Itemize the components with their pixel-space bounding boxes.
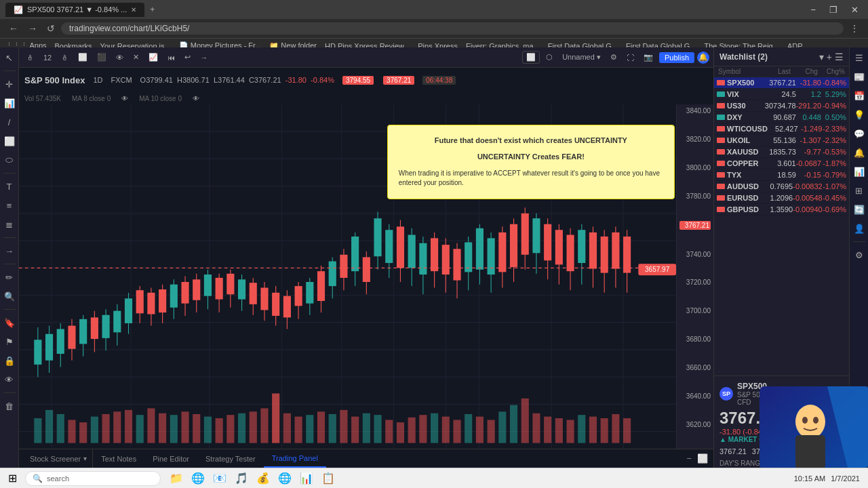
back-btn[interactable]: ←: [5, 22, 22, 35]
watchlist-row-us30[interactable]: US30 30734.78 -291.20 -0.94%: [714, 100, 849, 112]
watchlist-row-copper[interactable]: COPPER 3.601 -0.0687 -1.87%: [714, 158, 849, 169]
indicator-btn[interactable]: 📈: [145, 52, 161, 63]
svg-rect-176: [601, 237, 608, 273]
watchlist-row-dxy[interactable]: DXY 90.687 0.448 0.50%: [714, 112, 849, 123]
taskbar-search-box[interactable]: 🔍 search: [25, 471, 161, 486]
crosshair-tool[interactable]: ✛: [2, 77, 17, 92]
side-calendar-icon[interactable]: 📅: [852, 88, 867, 103]
extensions-btn[interactable]: ⋮: [846, 22, 863, 35]
watchlist-row-wticousd[interactable]: WTICOUSD 52.427 -1.249 -2.33%: [714, 123, 849, 135]
side-grid-icon[interactable]: ⊞: [852, 183, 867, 198]
side-user-icon[interactable]: 👤: [852, 221, 867, 236]
minimize-btn[interactable]: −: [806, 5, 820, 15]
fullscreen-btn[interactable]: ⛶: [623, 52, 637, 63]
lock-tool[interactable]: 🔒: [2, 353, 17, 368]
tab-close-btn[interactable]: ✕: [131, 6, 136, 14]
text-tool[interactable]: T: [2, 179, 17, 194]
svg-rect-120: [283, 296, 291, 318]
chart-canvas[interactable]: 3657.97 3840.00 3820.00 3800.00 3780.00 …: [19, 104, 713, 473]
publish-btn[interactable]: Publish: [659, 52, 694, 63]
watchlist-expand-btn[interactable]: ▾: [819, 52, 824, 62]
dotted-select-btn[interactable]: ⬡: [542, 52, 556, 63]
side-ideas-icon[interactable]: 💡: [852, 107, 867, 122]
forward-btn[interactable]: →: [24, 22, 41, 35]
bar-type-btn[interactable]: 🕯: [58, 52, 72, 63]
side-news-icon[interactable]: 📰: [852, 69, 867, 84]
ma8-vis-btn[interactable]: 👁: [121, 95, 128, 102]
new-tab-btn[interactable]: +: [150, 5, 155, 14]
taskbar-edge[interactable]: 🌐: [188, 470, 208, 486]
price-3800: 3800.00: [679, 164, 711, 171]
watchlist-menu-btn[interactable]: ☰: [835, 52, 844, 62]
tab-pine-editor[interactable]: Pine Editor: [144, 449, 197, 468]
undo-btn[interactable]: ↩: [181, 52, 194, 63]
tab-trading-panel[interactable]: Trading Panel: [264, 449, 326, 468]
bar-alt-btn[interactable]: ⬛: [94, 52, 110, 63]
redo-btn[interactable]: →: [197, 52, 211, 63]
watchlist-row-vix[interactable]: VIX 24.5 1.2 5.29%: [714, 89, 849, 100]
chart-type-btn[interactable]: 🕯: [23, 52, 37, 63]
eye-tool[interactable]: 👁: [2, 372, 17, 387]
taskbar-app-5[interactable]: 📋: [318, 470, 338, 486]
pencil-tool[interactable]: ✏: [2, 270, 17, 285]
tab-stock-screener-arrow[interactable]: ▾: [83, 455, 87, 462]
zoom-tool[interactable]: 🔍: [2, 289, 17, 304]
bookmark-tool[interactable]: 🔖: [2, 315, 17, 330]
watchlist-row-ukoil[interactable]: UKOIL 55.136 -1.307 -2.32%: [714, 135, 849, 146]
tab-text-notes[interactable]: Text Notes: [93, 449, 144, 468]
snapshot-btn[interactable]: 📷: [640, 52, 656, 63]
address-bar[interactable]: [61, 22, 844, 35]
arrow-tool[interactable]: →: [2, 243, 17, 258]
watchlist-row-gbpusd[interactable]: GBPUSD 1.3590 -0.00940 -0.69%: [714, 204, 849, 216]
svg-rect-126: [317, 271, 325, 301]
start-btn[interactable]: ⊞: [3, 472, 22, 485]
unnamed-btn[interactable]: Unnamed ▾: [559, 52, 604, 63]
fib-tool[interactable]: ≡: [2, 198, 17, 213]
taskbar-app-4[interactable]: 📊: [296, 470, 317, 486]
watchlist-row-eurusd[interactable]: EURUSD 1.2096 -0.00548 -0.45%: [714, 192, 849, 204]
side-alert-icon[interactable]: 🔔: [852, 145, 867, 160]
watchlist-add-btn[interactable]: +: [827, 52, 832, 62]
watchlist-row-tyx[interactable]: TYX 18.59 -0.15 -0.79%: [714, 169, 849, 181]
maximize-btn[interactable]: ❐: [825, 5, 842, 15]
ma10-vis-btn[interactable]: 👁: [193, 95, 199, 102]
tab-strategy-tester[interactable]: Strategy Tester: [197, 449, 264, 468]
delete-btn[interactable]: ✕: [130, 52, 142, 63]
rect-tool[interactable]: ⬜: [2, 134, 17, 148]
tab-trading-panel-label: Trading Panel: [272, 454, 318, 462]
side-watchlist-icon[interactable]: ☰: [852, 50, 867, 65]
side-settings-icon[interactable]: ⚙: [852, 247, 867, 262]
bar-tool[interactable]: 📊: [2, 96, 17, 110]
taskbar-mail[interactable]: 📧: [210, 470, 230, 486]
rect-select-btn[interactable]: ⬜: [522, 51, 540, 64]
taskbar-app-1[interactable]: 🎵: [231, 470, 252, 486]
alert-btn[interactable]: 🔔: [697, 52, 709, 64]
side-sync-icon[interactable]: 🔄: [852, 202, 867, 217]
lines-tool[interactable]: ≣: [2, 217, 17, 232]
close-btn[interactable]: ✕: [847, 5, 863, 15]
cursor-tool[interactable]: ↖: [2, 50, 17, 65]
settings-btn[interactable]: ⚙: [607, 52, 620, 63]
circle-tool[interactable]: ⬭: [2, 152, 17, 167]
bottom-minimize-btn[interactable]: −: [686, 453, 692, 464]
tab-stock-screener[interactable]: Stock Screener ▾: [24, 449, 93, 468]
replay-btn[interactable]: ⏮: [164, 52, 178, 63]
trash-tool[interactable]: 🗑: [2, 399, 17, 413]
watchlist-row-audusd[interactable]: AUDUSD 0.7695 -0.00832 -1.07%: [714, 181, 849, 192]
taskbar-file-explorer[interactable]: 📁: [166, 470, 186, 486]
bottom-maximize-btn[interactable]: ⬜: [697, 453, 708, 464]
side-chart-icon[interactable]: 📊: [852, 164, 867, 179]
side-chat-icon[interactable]: 💬: [852, 126, 867, 141]
bar-style-btn[interactable]: ⬜: [75, 52, 91, 63]
taskbar-app-2[interactable]: 💰: [253, 470, 273, 486]
watchlist-row-spx500[interactable]: SPX500 3767.21 -31.80 -0.84%: [714, 77, 849, 89]
hide-btn[interactable]: 👁: [113, 52, 127, 63]
taskbar-app-3[interactable]: 🌐: [275, 470, 295, 486]
refresh-btn[interactable]: ↺: [43, 22, 58, 35]
row-last-9: 0.7695: [763, 182, 793, 190]
browser-tab[interactable]: 📈 SPX500 3767.21 ▼ -0.84% ... ✕: [5, 3, 144, 17]
line-tool[interactable]: /: [2, 115, 17, 129]
watchlist-row-xauusd[interactable]: XAUUSD 1835.73 -9.77 -0.53%: [714, 146, 849, 158]
flag-tool[interactable]: ⚑: [2, 334, 17, 349]
timeframe-btn[interactable]: 12: [40, 52, 55, 63]
